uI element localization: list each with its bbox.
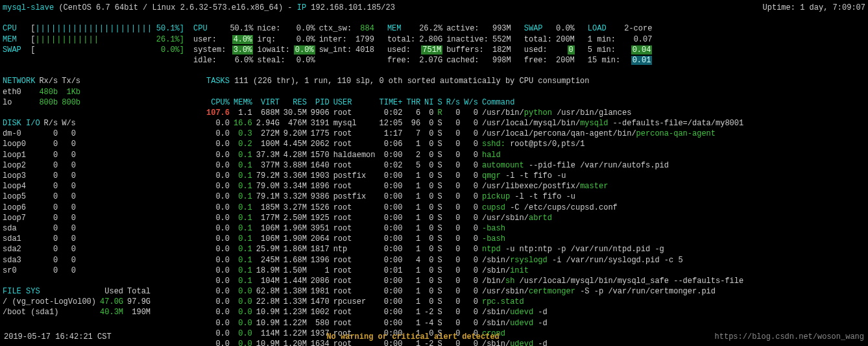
tasks-title: TASKS: [206, 77, 230, 86]
mem-bar-label: MEM: [3, 35, 17, 44]
right-column: TASKS 111 (226 thr), 1 run, 110 slp, 0 o…: [206, 76, 865, 346]
mem-panel: MEM26.2% active:993M total:2.80G inactiv…: [387, 23, 524, 66]
proc-row[interactable]: 107.6 1.1 688M 30.5M 9906 root 0:02 6 0 …: [206, 108, 747, 118]
proc-row[interactable]: 0.0 0.1 18.9M 1.50M 1 root 0:01 1 0 S 0 …: [206, 266, 747, 276]
disk-table: DISK I/OR/sW/sdm-000loop000loop100loop20…: [3, 118, 80, 276]
proc-row[interactable]: 0.0 0.0 22.8M 1.33M 1470 rpcuser 0:00 1 …: [206, 297, 747, 307]
proc-row[interactable]: 0.0 0.1 106M 1.90M 2064 root 0:00 1 0 S …: [206, 234, 747, 244]
proc-row[interactable]: 0.0 0.1 25.9M 1.86M 1817 ntp 0:00 1 0 S …: [206, 244, 747, 254]
mem-bar-fill: ||||||||||||: [35, 35, 99, 44]
proc-row[interactable]: 0.0 0.1 245M 1.68M 1396 root 0:00 4 0 S …: [206, 255, 747, 266]
disk-row: sda300: [3, 255, 80, 266]
disk-row: loop600: [3, 203, 80, 213]
uptime: Uptime: 1 day, 7:09:07: [763, 3, 865, 13]
disk-row: sda200: [3, 244, 80, 254]
proc-row[interactable]: 0.0 0.1 79.1M 3.32M 9386 postfix 0:00 1 …: [206, 192, 747, 202]
disk-row: sda100: [3, 234, 80, 244]
fs-row: /boot (sda1)40.3M190M: [3, 307, 154, 317]
proc-row[interactable]: 0.0 0.1 377M 3.88M 1640 root 0:02 5 0 S …: [206, 160, 747, 171]
disk-row: loop700: [3, 213, 80, 223]
proc-row[interactable]: 0.0 0.1 104M 1.44M 2086 root 0:00 1 0 S …: [206, 276, 747, 286]
os-info: (CentOS 6.7 64bit / Linux 2.6.32-573.el6…: [58, 3, 283, 12]
disk-row: sda00: [3, 223, 80, 234]
swap-bar-val: 0.0%: [161, 45, 180, 55]
alert-msg: No warning or critical alert detected: [326, 332, 499, 342]
swap-bar-label: SWAP: [3, 45, 21, 55]
disk-row: loop000: [3, 139, 80, 149]
net-row: lo800b800b: [3, 97, 84, 108]
network-table: NETWORKRx/sTx/seth0480b1Kblo800b800b: [3, 76, 84, 108]
disk-row: loop100: [3, 150, 80, 160]
disk-row: loop200: [3, 160, 80, 171]
proc-row[interactable]: 0.0 0.1 79.0M 3.34M 1896 root 0:00 1 0 S…: [206, 181, 747, 192]
cpu-bar-fill: ||||||||||||||||||||||: [35, 24, 152, 33]
disk-row: loop500: [3, 192, 80, 202]
bars-panel: CPU [|||||||||||||||||||||| 50.1%] MEM […: [3, 23, 193, 66]
load-panel: LOAD2-core 1 min:0.07 5 min:0.04 15 min:…: [588, 23, 666, 66]
proc-row[interactable]: 0.0 16.6 2.94G 476M 3191 mysql 12:05 96 …: [206, 118, 747, 129]
disk-row: sr000: [3, 266, 80, 276]
proc-row[interactable]: 0.0 0.1 185M 3.27M 1526 root 0:00 1 0 S …: [206, 203, 747, 213]
disk-row: loop300: [3, 171, 80, 181]
footer: 2019-05-17 16:42:21 CST No warning or cr…: [4, 332, 864, 342]
clock: 2019-05-17 16:42:21 CST: [4, 332, 112, 342]
net-row: eth0480b1Kb: [3, 87, 84, 97]
proc-row[interactable]: 0.0 0.1 37.3M 4.28M 1570 haldaemon 0:00 …: [206, 150, 747, 160]
source-url: https://blog.csdn.net/woson_wang: [715, 332, 864, 342]
proc-row[interactable]: 0.0 0.3 272M 9.20M 1775 root 1:17 7 0 S …: [206, 129, 747, 139]
cpu-bar-label: CPU: [3, 24, 17, 33]
proc-row[interactable]: 0.0 0.1 79.2M 3.36M 1903 postfix 0:00 1 …: [206, 171, 747, 181]
swap-panel: SWAP0.0% total:200M used:0 free:200M: [524, 23, 588, 66]
mem-bar-val: 26.1%: [156, 35, 180, 44]
title-bar: mysql-slave (CentOS 6.7 64bit / Linux 2.…: [3, 3, 865, 13]
hostname: mysql-slave: [3, 3, 54, 12]
ip-label: IP: [297, 3, 306, 12]
filesys-table: FILE SYSUsedTotal/ (vg_root-LogVol00)47.…: [3, 286, 154, 318]
metrics-row: CPU [|||||||||||||||||||||| 50.1%] MEM […: [3, 23, 865, 66]
process-table[interactable]: CPU%MEM%VIRTRESPIDUSERTIME+THRNISR/sW/sC…: [206, 97, 747, 346]
proc-row[interactable]: 0.0 0.1 106M 1.96M 3951 root 0:00 1 0 S …: [206, 223, 747, 234]
tasks-line: 111 (226 thr), 1 run, 110 slp, 0 oth sor…: [234, 77, 589, 86]
proc-row[interactable]: 0.0 0.2 100M 4.45M 2062 root 0:06 1 0 S …: [206, 139, 747, 149]
disk-row: loop400: [3, 181, 80, 192]
proc-row[interactable]: 0.0 0.0 10.9M 1.23M 1002 root 0:00 1 -2 …: [206, 307, 747, 317]
disk-row: dm-000: [3, 129, 80, 139]
proc-row[interactable]: 0.0 0.1 177M 2.50M 1925 root 0:00 1 0 S …: [206, 213, 747, 223]
cpu-panel: CPU50.1% nice:0.0% ctx_sw:884 user:4.0% …: [193, 23, 387, 66]
left-column: NETWORKRx/sTx/seth0480b1Kblo800b800b DIS…: [3, 76, 206, 346]
ip-value: 192.168.101.185/23: [311, 3, 395, 12]
fs-row: / (vg_root-LogVol00)47.0G97.9G: [3, 297, 154, 307]
proc-row[interactable]: 0.0 0.0 10.9M 1.22M 580 root 0:00 1 -4 S…: [206, 318, 747, 328]
proc-row[interactable]: 0.0 0.0 62.8M 1.38M 1981 root 0:00 1 0 S…: [206, 286, 747, 297]
cpu-bar-val: 50.1%: [156, 24, 180, 33]
